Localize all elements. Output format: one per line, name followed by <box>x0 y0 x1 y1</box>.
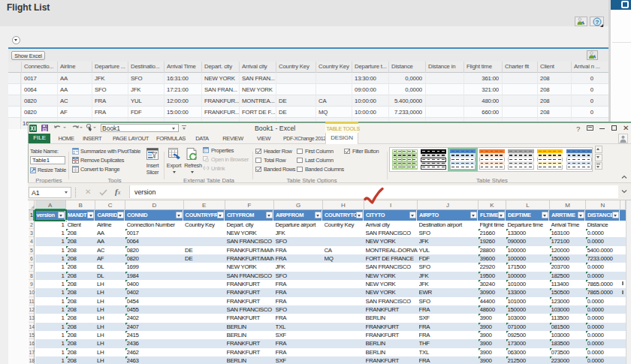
svg-text:?: ? <box>596 19 599 26</box>
